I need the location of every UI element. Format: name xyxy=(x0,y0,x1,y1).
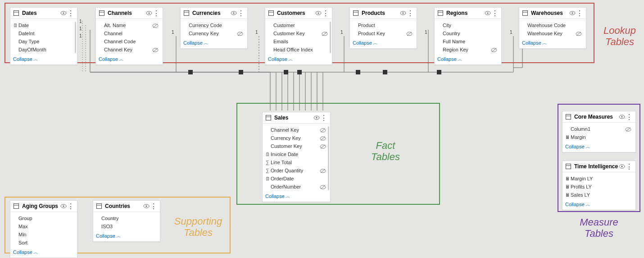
table-aging-groups[interactable]: Aging Groups ⋮ Group Max Min Sort Collap… xyxy=(10,200,77,258)
field-row[interactable]: City xyxy=(435,22,501,30)
field-row[interactable]: 🖩Margin xyxy=(562,134,635,142)
table-dates[interactable]: Dates ⋮ 🗓Date DateInt Day Type DayOfMont… xyxy=(10,7,77,65)
hidden-icon[interactable] xyxy=(319,169,327,173)
visibility-icon[interactable] xyxy=(143,203,150,210)
collapse-button[interactable]: Collapse︿ xyxy=(562,142,635,152)
table-time-intelligence[interactable]: Time Intelligence ⋮ 🖩Margin LY 🖩Profits … xyxy=(562,161,636,210)
field-row[interactable]: Max xyxy=(10,223,77,231)
field-row[interactable]: Warehouse Code xyxy=(519,22,586,30)
table-channels[interactable]: Channels ⋮ Alt. Name Channel Channel Cod… xyxy=(95,7,163,65)
more-options-icon[interactable]: ⋮ xyxy=(626,163,633,170)
table-core-measures[interactable]: Core Measures ⋮ Column1 🖩Margin Collapse… xyxy=(562,111,636,152)
field-row[interactable]: 🗓OrderDate xyxy=(263,175,330,183)
scrollbar[interactable] xyxy=(75,22,76,53)
collapse-button[interactable]: Collapse︿ xyxy=(519,38,586,48)
visibility-icon[interactable] xyxy=(313,114,320,121)
field-row[interactable]: Channel Key xyxy=(263,126,330,134)
collapse-button[interactable]: Collapse︿ xyxy=(10,54,77,64)
field-row[interactable]: Customer Key xyxy=(263,143,330,151)
field-row[interactable]: Product xyxy=(350,22,417,30)
collapse-button[interactable]: Collapse︿ xyxy=(435,54,501,64)
field-row[interactable]: Currency Key xyxy=(181,30,247,38)
collapse-button[interactable]: Collapse︿ xyxy=(96,54,163,64)
field-row[interactable]: Channel xyxy=(96,30,163,38)
field-row[interactable]: DayOfMonth xyxy=(10,46,77,54)
field-row[interactable]: 🗓Invoice Date xyxy=(263,151,330,159)
field-row[interactable]: ∑Order Quantity xyxy=(263,167,330,175)
field-row[interactable]: Channel Key xyxy=(96,46,163,54)
field-row[interactable]: Emails xyxy=(265,38,332,46)
visibility-icon[interactable] xyxy=(60,9,67,17)
hidden-icon[interactable] xyxy=(152,23,159,28)
collapse-button[interactable]: Collapse︿ xyxy=(265,54,332,64)
field-row[interactable]: Channel Code xyxy=(96,38,163,46)
hidden-icon[interactable] xyxy=(319,144,327,149)
hidden-icon[interactable] xyxy=(319,185,327,189)
field-row[interactable]: Currency Code xyxy=(181,22,247,30)
field-row[interactable]: Day Type xyxy=(10,38,77,46)
field-row[interactable]: Head Office Index xyxy=(265,46,332,54)
more-options-icon[interactable]: ⋮ xyxy=(491,9,499,17)
field-row[interactable]: 🖩Margin LY xyxy=(562,175,635,183)
hidden-icon[interactable] xyxy=(625,127,632,132)
field-row[interactable]: 🖩Profits LY xyxy=(562,183,635,191)
scrollbar[interactable] xyxy=(330,22,331,53)
field-row[interactable]: Column1 xyxy=(562,125,635,134)
collapse-button[interactable]: Collapse︿ xyxy=(263,191,330,202)
more-options-icon[interactable]: ⋮ xyxy=(407,9,414,17)
more-options-icon[interactable]: ⋮ xyxy=(320,114,327,121)
field-row[interactable]: Region Key xyxy=(435,46,501,54)
field-row[interactable]: Group xyxy=(10,215,77,223)
more-options-icon[interactable]: ⋮ xyxy=(153,9,160,17)
more-options-icon[interactable]: ⋮ xyxy=(237,9,245,17)
visibility-icon[interactable] xyxy=(60,203,67,210)
table-countries[interactable]: Countries ⋮ Country ISO3 Collapse︿ xyxy=(93,200,160,242)
hidden-icon[interactable] xyxy=(406,32,413,36)
collapse-button[interactable]: Collapse︿ xyxy=(350,38,417,48)
visibility-icon[interactable] xyxy=(145,9,153,17)
table-customers[interactable]: Customers ⋮ Customer Customer Key Emails… xyxy=(265,7,332,65)
collapse-button[interactable]: Collapse︿ xyxy=(93,231,160,241)
visibility-icon[interactable] xyxy=(230,9,237,17)
table-warehouses[interactable]: Warehouses ⋮ Warehouse Code Warehouse Ke… xyxy=(519,7,586,49)
field-row[interactable]: Customer xyxy=(265,22,332,30)
more-options-icon[interactable]: ⋮ xyxy=(626,113,633,120)
hidden-icon[interactable] xyxy=(236,32,244,36)
more-options-icon[interactable]: ⋮ xyxy=(67,203,74,210)
hidden-icon[interactable] xyxy=(490,48,498,52)
collapse-button[interactable]: Collapse︿ xyxy=(562,199,635,210)
table-regions[interactable]: Regions ⋮ City Country Full Name Region … xyxy=(434,7,502,65)
visibility-icon[interactable] xyxy=(484,9,491,17)
table-products[interactable]: Products ⋮ Product Product Key Collapse︿ xyxy=(349,7,417,49)
field-row[interactable]: Sort xyxy=(10,239,77,247)
collapse-button[interactable]: Collapse︿ xyxy=(10,247,77,258)
hidden-icon[interactable] xyxy=(321,32,328,36)
field-row[interactable]: OrderNumber xyxy=(263,183,330,191)
field-row[interactable]: Currency Key xyxy=(263,134,330,143)
hidden-icon[interactable] xyxy=(319,136,327,141)
visibility-icon[interactable] xyxy=(618,113,626,120)
more-options-icon[interactable]: ⋮ xyxy=(150,203,157,210)
scrollbar[interactable] xyxy=(328,126,329,190)
field-row[interactable]: ∑Line Total xyxy=(263,159,330,167)
field-row[interactable]: ISO3 xyxy=(93,223,160,231)
table-currencies[interactable]: Currencies ⋮ Currency Code Currency Key … xyxy=(180,7,248,49)
field-row[interactable]: Min xyxy=(10,231,77,239)
more-options-icon[interactable]: ⋮ xyxy=(67,9,74,17)
visibility-icon[interactable] xyxy=(315,9,322,17)
field-row[interactable]: 🖩Sales LY xyxy=(562,191,635,199)
hidden-icon[interactable] xyxy=(152,48,159,52)
more-options-icon[interactable]: ⋮ xyxy=(322,9,329,17)
visibility-icon[interactable] xyxy=(569,9,576,17)
field-row[interactable]: 🗓Date xyxy=(10,22,77,30)
field-row[interactable]: Customer Key xyxy=(265,30,332,38)
field-row[interactable]: Warehouse Key xyxy=(519,30,586,38)
field-row[interactable]: DateInt xyxy=(10,30,77,38)
field-row[interactable]: Full Name xyxy=(435,38,501,46)
visibility-icon[interactable] xyxy=(399,9,407,17)
field-row[interactable]: Alt. Name xyxy=(96,22,163,30)
table-sales[interactable]: Sales ⋮ Channel Key Currency Key Custome… xyxy=(262,112,331,202)
hidden-icon[interactable] xyxy=(319,128,327,133)
field-row[interactable]: Country xyxy=(93,215,160,223)
field-row[interactable]: Country xyxy=(435,30,501,38)
